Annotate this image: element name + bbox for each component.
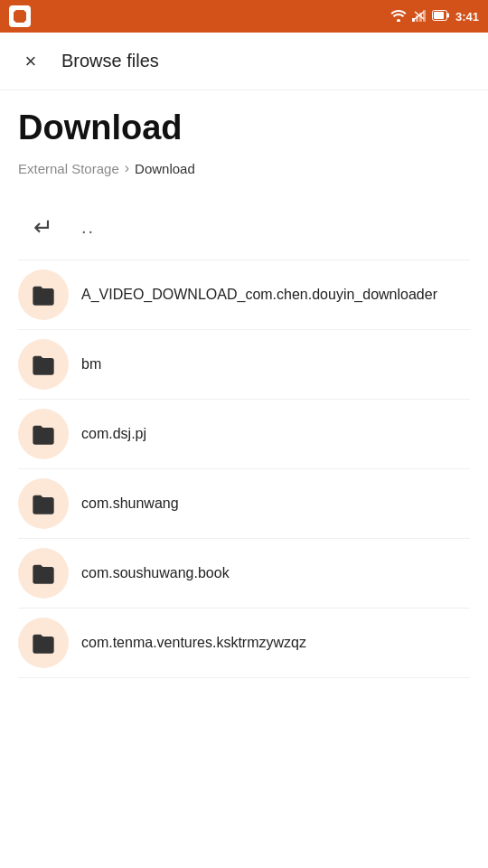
folder-icon-wrap <box>18 409 69 459</box>
list-item[interactable]: com.tenma.ventures.ksktrmzywzqz <box>18 609 470 677</box>
folder-icon <box>31 282 56 307</box>
svg-point-0 <box>397 19 400 22</box>
file-name: com.shunwang <box>81 495 179 512</box>
breadcrumb: External Storage › Download <box>18 160 470 176</box>
svg-rect-1 <box>412 18 415 22</box>
list-item[interactable]: com.soushuwang.book <box>18 539 470 608</box>
back-icon-wrap: ↵ <box>18 202 69 252</box>
status-bar-left <box>9 5 31 27</box>
parent-directory-item[interactable]: ↵ .. <box>18 194 470 259</box>
divider <box>18 677 470 678</box>
list-item[interactable]: A_VIDEO_DOWNLOAD_com.chen.douyin_downloa… <box>18 260 470 329</box>
back-arrow-icon: ↵ <box>33 213 53 241</box>
folder-icon-wrap <box>18 478 69 529</box>
svg-rect-9 <box>434 12 444 19</box>
list-item[interactable]: com.shunwang <box>18 469 470 538</box>
wifi-icon <box>390 9 407 24</box>
folder-icon <box>31 352 56 377</box>
folder-icon-wrap <box>18 548 69 599</box>
status-bar-right: 3:41 <box>390 9 479 24</box>
app-icon <box>9 5 31 27</box>
folder-icon <box>31 630 56 656</box>
file-name: com.soushuwang.book <box>81 565 230 581</box>
breadcrumb-current: Download <box>135 161 195 176</box>
file-list: ↵ .. A_VIDEO_DOWNLOAD_com.chen.douyin_do… <box>18 194 470 678</box>
close-icon: × <box>25 50 37 73</box>
folder-icon <box>31 491 56 516</box>
breadcrumb-root[interactable]: External Storage <box>18 161 119 176</box>
folder-icon-wrap <box>18 618 69 668</box>
file-name: com.dsj.pj <box>81 426 146 442</box>
top-bar-title: Browse files <box>61 51 159 71</box>
page-title: Download <box>18 108 470 147</box>
status-bar: 3:41 <box>0 0 488 33</box>
folder-icon-wrap <box>18 269 69 320</box>
main-content: Download External Storage › Download ↵ .… <box>0 90 488 687</box>
close-button[interactable]: × <box>14 45 47 78</box>
folder-icon <box>31 421 56 447</box>
top-bar: × Browse files <box>0 33 488 90</box>
file-name: A_VIDEO_DOWNLOAD_com.chen.douyin_downloa… <box>81 287 437 303</box>
svg-rect-8 <box>446 13 449 17</box>
breadcrumb-chevron-icon: › <box>125 160 129 176</box>
list-item[interactable]: com.dsj.pj <box>18 400 470 468</box>
signal-icon <box>412 9 427 24</box>
folder-icon-wrap <box>18 339 69 390</box>
file-name: bm <box>81 356 101 373</box>
file-name: com.tenma.ventures.ksktrmzywzqz <box>81 635 306 651</box>
battery-icon <box>432 10 450 24</box>
list-item[interactable]: bm <box>18 330 470 399</box>
time: 3:41 <box>455 10 479 24</box>
parent-dots: .. <box>81 217 95 238</box>
folder-icon <box>31 561 56 586</box>
